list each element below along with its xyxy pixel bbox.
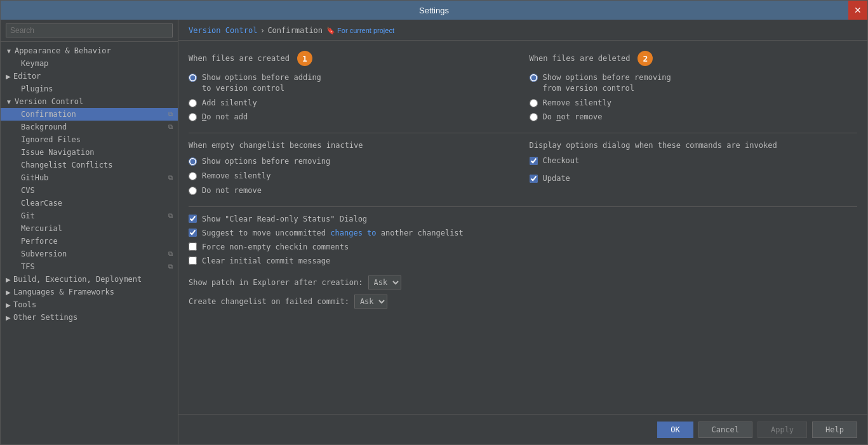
sidebar-item-label: TFS — [21, 262, 168, 271]
sidebar-item-label: Perforce — [21, 237, 173, 246]
radio-do-not-add[interactable]: Do not add — [189, 112, 511, 123]
sidebar-item-changelist-conflicts[interactable]: Changelist Conflicts — [1, 159, 178, 171]
sidebar-item-tools[interactable]: ▶ Tools — [1, 298, 178, 311]
window-title: Settings — [419, 6, 449, 15]
arrow-icon: ▼ — [6, 98, 12, 105]
title-bar: Settings ✕ — [1, 1, 867, 20]
project-icon: 🔖 — [326, 27, 335, 35]
radio-remove-silently2-input[interactable] — [189, 172, 197, 180]
sidebar-item-label: Appearance & Behavior — [15, 46, 173, 55]
checkbox-show-clear-readonly[interactable]: Show "Clear Read-only Status" Dialog — [189, 215, 857, 223]
sidebar-item-label: Confirmation — [21, 110, 168, 119]
external-link-icon: ⧉ — [168, 123, 173, 131]
settings-window: Settings ✕ ▼ Appearance & Behavior Keyma… — [0, 0, 868, 445]
ok-button[interactable]: OK — [657, 422, 693, 438]
checkbox-suggest-move[interactable]: Suggest to move uncommitted changes to a… — [189, 229, 857, 237]
arrow-icon: ▶ — [6, 302, 11, 309]
badge-1: 1 — [297, 51, 312, 66]
radio-add-silently-input[interactable] — [189, 99, 197, 107]
show-patch-label: Show patch in Explorer after creation: — [189, 278, 363, 287]
sidebar-item-github[interactable]: GitHub ⧉ — [1, 171, 178, 184]
radio-do-not-add-input[interactable] — [189, 113, 197, 121]
checkbox-update[interactable]: Update — [530, 174, 845, 183]
sidebar-item-perforce[interactable]: Perforce — [1, 235, 178, 248]
breadcrumb-arrow: › — [261, 26, 264, 35]
display-checkboxes: Checkout Update — [530, 156, 845, 188]
sidebar-item-cvs[interactable]: CVS — [1, 184, 178, 197]
checkbox-clear-commit-msg-label: Clear initial commit message — [202, 256, 330, 265]
show-patch-select[interactable]: Ask Yes No — [368, 276, 401, 289]
radio-remove-silently2-label: Remove silently — [202, 171, 270, 182]
checkbox-force-nonempty[interactable]: Force non-empty checkin comments — [189, 242, 857, 251]
apply-button[interactable]: Apply — [758, 422, 807, 438]
sidebar-item-label: Build, Execution, Deployment — [13, 275, 173, 284]
external-link-icon: ⧉ — [168, 212, 173, 220]
sidebar-item-label: Languages & Frameworks — [13, 288, 173, 296]
radio-show-before-remove-label: Show options before removingfrom version… — [543, 72, 671, 94]
sidebar-item-languages[interactable]: ▶ Languages & Frameworks — [1, 286, 178, 298]
deleted-title: When files are deleted 2 — [530, 51, 845, 66]
radio-remove-silently-input[interactable] — [530, 99, 538, 107]
sidebar-item-appearance[interactable]: ▼ Appearance & Behavior — [1, 44, 178, 57]
radio-show-before-add[interactable]: Show options before addingto version con… — [189, 72, 511, 94]
radio-remove-silently[interactable]: Remove silently — [530, 98, 845, 109]
radio-do-not-remove[interactable]: Do not remove — [530, 112, 845, 123]
sidebar-item-git[interactable]: Git ⧉ — [1, 209, 178, 222]
sidebar-item-background[interactable]: Background ⧉ — [1, 121, 178, 133]
sidebar-item-label: Background — [21, 123, 168, 131]
checkbox-clear-commit-msg[interactable]: Clear initial commit message — [189, 256, 857, 265]
breadcrumb-version-control[interactable]: Version Control — [189, 26, 257, 35]
sidebar-item-label: Issue Navigation — [21, 148, 173, 157]
radio-add-silently[interactable]: Add silently — [189, 98, 511, 109]
radio-show-before-removing[interactable]: Show options before removing — [189, 156, 511, 167]
radio-show-before-add-input[interactable] — [189, 74, 197, 82]
sidebar-item-build[interactable]: ▶ Build, Execution, Deployment — [1, 273, 178, 286]
search-input[interactable] — [6, 23, 173, 37]
checkboxes-section: Show "Clear Read-only Status" Dialog Sug… — [189, 215, 857, 265]
sidebar-item-label: Editor — [13, 72, 173, 81]
create-changelist-row: Create changelist on failed commit: Ask … — [189, 295, 857, 309]
sidebar-item-editor[interactable]: ▶ Editor — [1, 70, 178, 83]
sidebar-item-other[interactable]: ▶ Other Settings — [1, 311, 178, 324]
external-link-icon: ⧉ — [168, 174, 173, 182]
cancel-button[interactable]: Cancel — [698, 422, 752, 438]
sidebar-item-issue-navigation[interactable]: Issue Navigation — [1, 146, 178, 159]
close-button[interactable]: ✕ — [848, 1, 867, 20]
checkbox-show-clear-readonly-label: Show "Clear Read-only Status" Dialog — [202, 215, 367, 223]
sidebar-item-ignored-files[interactable]: Ignored Files — [1, 133, 178, 146]
sidebar-item-version-control[interactable]: ▼ Version Control — [1, 95, 178, 108]
checkbox-suggest-move-input[interactable] — [189, 229, 197, 237]
checkbox-checkout[interactable]: Checkout — [530, 156, 845, 165]
radio-do-not-remove2-input[interactable] — [189, 187, 197, 195]
checkbox-checkout-label: Checkout — [543, 156, 580, 165]
radio-show-before-removing-input[interactable] — [189, 157, 197, 166]
external-link-icon: ⧉ — [168, 250, 173, 258]
sidebar-item-mercurial[interactable]: Mercurial — [1, 222, 178, 235]
search-box — [1, 20, 178, 42]
sidebar-item-tfs[interactable]: TFS ⧉ — [1, 260, 178, 273]
sidebar-item-keymap[interactable]: Keymap — [1, 57, 178, 70]
create-changelist-select[interactable]: Ask Yes No — [354, 295, 387, 309]
radio-show-before-remove[interactable]: Show options before removingfrom version… — [530, 72, 845, 94]
radio-show-before-remove-input[interactable] — [530, 74, 538, 82]
help-button[interactable]: Help — [812, 422, 857, 438]
sidebar-item-subversion[interactable]: Subversion ⧉ — [1, 248, 178, 260]
sidebar-item-clearcase[interactable]: ClearCase — [1, 197, 178, 209]
sidebar-item-label: Keymap — [21, 59, 173, 68]
checkbox-update-input[interactable] — [530, 175, 538, 183]
checkbox-checkout-input[interactable] — [530, 157, 538, 165]
external-link-icon: ⧉ — [168, 110, 173, 118]
sidebar-item-plugins[interactable]: Plugins — [1, 83, 178, 95]
checkbox-force-nonempty-input[interactable] — [189, 242, 197, 251]
show-patch-row: Show patch in Explorer after creation: A… — [189, 276, 857, 289]
panel-body: When files are created 1 Show options be… — [178, 41, 867, 414]
radio-do-not-remove2[interactable]: Do not remove — [189, 185, 511, 196]
checkbox-show-clear-readonly-input[interactable] — [189, 215, 197, 223]
radio-do-not-remove-input[interactable] — [530, 113, 538, 121]
radio-remove-silently2[interactable]: Remove silently — [189, 171, 511, 182]
sidebar-item-confirmation[interactable]: Confirmation ⧉ — [1, 108, 178, 121]
checkbox-clear-commit-msg-input[interactable] — [189, 256, 197, 265]
sidebar: ▼ Appearance & Behavior Keymap ▶ Editor … — [1, 20, 178, 444]
arrow-icon: ▶ — [6, 314, 11, 321]
created-radio-group: Show options before addingto version con… — [189, 72, 511, 123]
